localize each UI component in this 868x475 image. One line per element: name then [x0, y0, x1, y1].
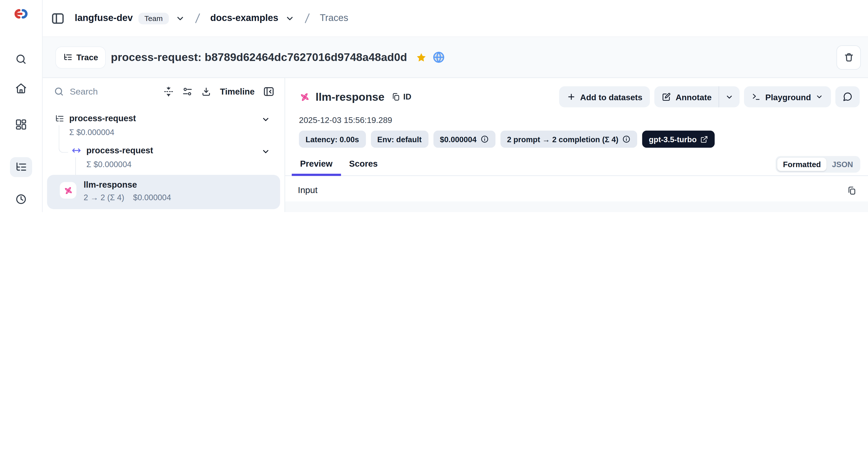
chevron-down-icon [815, 93, 823, 101]
terminal-icon [752, 92, 761, 101]
generation-icon [60, 182, 76, 198]
metrics-badges: Latency: 0.00s Env: default $0.000004 2 … [285, 124, 868, 148]
sidebar-toggle-button[interactable] [51, 11, 65, 25]
timeline-toggle[interactable]: Timeline [220, 87, 255, 97]
list-tree-icon [63, 53, 72, 62]
collapse-node-chevron-icon[interactable] [261, 147, 270, 156]
plus-icon [567, 92, 576, 101]
traces-nav-icon[interactable] [10, 157, 32, 177]
delete-trace-button[interactable] [836, 45, 861, 70]
project-name[interactable]: docs-examples [210, 13, 278, 24]
tree-node-usage: 2 → 2 (Σ 4) [84, 193, 124, 202]
copy-id-button[interactable]: ID [392, 92, 411, 101]
info-icon[interactable] [480, 135, 489, 144]
tree-toolbar: Timeline [43, 78, 284, 103]
detail-tabs: Preview Scores Formatted JSON [285, 155, 868, 176]
breadcrumb-slash-icon [302, 12, 312, 24]
playground-button[interactable]: Playground [744, 86, 831, 107]
tab-preview[interactable]: Preview [299, 159, 334, 175]
square-pen-icon [662, 92, 671, 101]
tree-node-label: process-request [69, 113, 136, 123]
download-icon[interactable] [201, 86, 212, 97]
org-switcher-chevron-icon[interactable] [175, 13, 185, 23]
observation-detail-panel: llm-response ID Add to datasets [285, 78, 868, 212]
tree-node-cost: Σ $0.000004 [69, 128, 114, 137]
generation-icon [299, 91, 310, 103]
trace-header-bar: Trace process-request: b8789d62464dc7627… [43, 37, 868, 78]
chevron-down-icon [725, 93, 734, 101]
input-heading: Input [298, 185, 318, 195]
trace-title: process-request: b8789d62464dc7627016d97… [111, 51, 407, 64]
tree-node-label: process-request [87, 146, 153, 155]
tree-node-cost: $0.000004 [133, 193, 171, 202]
view-toggle-formatted[interactable]: Formatted [777, 158, 826, 171]
main-column: langfuse-dev Team docs-examples Traces T… [43, 0, 868, 212]
sessions-clock-icon[interactable] [10, 189, 32, 209]
message-bubble-icon [842, 92, 852, 102]
dashboards-icon[interactable] [10, 115, 32, 134]
observation-timestamp: 2025-12-03 15:56:19.289 [285, 110, 868, 124]
detail-header: llm-response ID Add to datasets [285, 78, 868, 110]
tree-node-trace[interactable]: process-request Σ $0.000004 [43, 112, 284, 139]
copy-icon [392, 92, 401, 101]
search-field[interactable] [54, 86, 155, 97]
collapse-all-icon[interactable] [163, 86, 174, 97]
observation-title: llm-response [315, 90, 384, 103]
annotate-split-button: Annotate [655, 86, 740, 107]
search-icon [54, 86, 64, 97]
env-badge: Env: default [371, 131, 428, 148]
icon-sidebar [0, 0, 43, 212]
project-switcher-chevron-icon[interactable] [285, 13, 294, 23]
info-icon[interactable] [622, 135, 631, 144]
view-toggle: Formatted JSON [776, 156, 860, 172]
work-area: Timeline process-request [43, 78, 868, 212]
preview-body: Input Some input Output Generated respon… [285, 176, 868, 212]
bookmark-star-icon[interactable] [416, 52, 427, 63]
latency-badge: Latency: 0.00s [299, 131, 366, 148]
add-to-datasets-button[interactable]: Add to datasets [559, 86, 650, 107]
input-section-header: Input [285, 176, 868, 201]
collapse-node-chevron-icon[interactable] [261, 115, 270, 124]
tree-node-label: llm-response [84, 180, 137, 190]
detail-actions: Add to datasets Annotate [559, 86, 860, 107]
top-navigation: langfuse-dev Team docs-examples Traces [43, 0, 868, 37]
cost-badge: $0.000004 [433, 131, 495, 148]
annotate-expand-chevron[interactable] [719, 86, 740, 107]
breadcrumb-slash-icon [193, 12, 203, 24]
tree-settings-icon[interactable] [182, 86, 193, 97]
copy-input-icon[interactable] [847, 186, 857, 195]
search-nav-icon[interactable] [10, 49, 32, 69]
comments-button[interactable] [835, 86, 860, 107]
public-globe-icon[interactable] [433, 51, 445, 64]
view-toggle-json[interactable]: JSON [827, 158, 859, 171]
tab-scores[interactable]: Scores [348, 159, 379, 175]
token-usage-badge: 2 prompt → 2 completion (Σ 4) [500, 131, 637, 148]
observation-tree: process-request Σ $0.000004 pr [43, 103, 284, 212]
observation-tree-panel: Timeline process-request [43, 78, 285, 212]
span-move-horizontal-icon [71, 146, 81, 155]
external-link-icon [701, 135, 708, 143]
langfuse-logo-icon[interactable] [12, 7, 30, 21]
app-window: langfuse-dev Team docs-examples Traces T… [0, 0, 868, 212]
breadcrumb-traces[interactable]: Traces [320, 13, 348, 24]
list-tree-icon [55, 114, 64, 123]
input-content: Some input [285, 201, 868, 212]
org-name[interactable]: langfuse-dev [75, 13, 133, 24]
collapse-panel-icon[interactable] [263, 86, 275, 97]
org-plan-badge: Team [138, 12, 169, 24]
search-input[interactable] [69, 86, 110, 97]
model-badge[interactable]: gpt-3.5-turbo [642, 131, 715, 148]
tree-node-cost: Σ $0.000004 [87, 160, 132, 169]
tree-node-span[interactable]: process-request Σ $0.000004 [43, 144, 284, 171]
trace-type-label: Trace [76, 53, 98, 62]
trace-type-badge: Trace [56, 47, 105, 68]
tree-node-generation-selected[interactable]: llm-response 2 → 2 (Σ 4) $0.000004 [47, 175, 280, 209]
annotate-button[interactable]: Annotate [655, 86, 719, 107]
home-icon[interactable] [10, 78, 32, 98]
